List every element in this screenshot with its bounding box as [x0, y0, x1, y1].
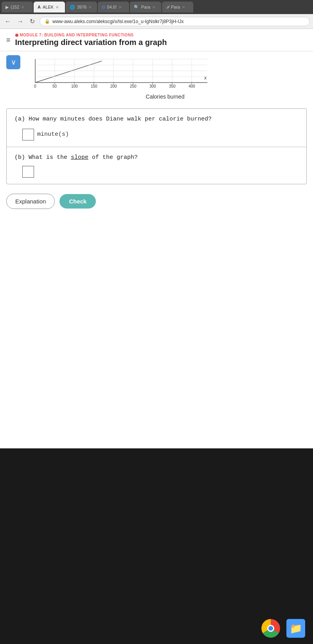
question-b-prefix: (b) What is the: [14, 154, 71, 161]
tab-2[interactable]: A ALEK ✕: [34, 2, 65, 13]
chevron-down-icon: ∨: [11, 58, 16, 67]
tab-3-icon: 🌐: [70, 5, 75, 10]
answer-a-unit: minute(s): [37, 131, 69, 138]
folder-glyph: 📁: [290, 622, 302, 635]
question-b-text: (b) What is the slope of the graph?: [14, 153, 299, 162]
explanation-button[interactable]: Explanation: [6, 194, 55, 209]
answer-a-row: minute(s): [14, 129, 299, 140]
tab-3[interactable]: 🌐 3976 ✕: [66, 2, 97, 13]
tab-4-label: 04.0!: [107, 5, 117, 9]
answer-a-input[interactable]: [22, 129, 34, 140]
svg-text:200: 200: [110, 84, 117, 88]
nav-bar: ← → ↻ 🔒 www-awu.aleks.com/alekscgi/x/lsl…: [0, 14, 313, 29]
reload-button[interactable]: ↻: [28, 16, 36, 27]
question-b-block: (b) What is the slope of the graph?: [7, 147, 306, 184]
tab-5[interactable]: 🔍 Para ✕: [130, 2, 161, 13]
svg-text:250: 250: [130, 84, 137, 88]
question-b-suffix: of the graph?: [88, 154, 138, 161]
tab-bar: ▶ (152 ✕ A ALEK ✕ 🌐 3976 ✕ G 04.0! ✕ 🔍 P…: [0, 0, 313, 14]
svg-text:0: 0: [34, 84, 36, 88]
tab-2-label: ALEK: [43, 5, 54, 9]
forward-button[interactable]: →: [16, 16, 25, 27]
question-a-text: (a) How many minutes does Diane walk per…: [14, 115, 299, 124]
tab-6-icon: 𝒫: [166, 5, 169, 10]
address-bar[interactable]: 🔒 www-awu.aleks.com/alekscgi/x/lsl.exe/1…: [40, 17, 310, 26]
hamburger-icon[interactable]: ≡: [6, 36, 11, 44]
svg-text:150: 150: [91, 84, 97, 88]
tab-2-close[interactable]: ✕: [56, 5, 59, 9]
tab-1[interactable]: ▶ (152 ✕: [2, 2, 33, 13]
url-text: www-awu.aleks.com/alekscgi/x/lsl.exe/1o_…: [52, 19, 183, 24]
svg-text:400: 400: [189, 84, 195, 88]
tab-4-icon: G: [102, 5, 105, 9]
svg-text:350: 350: [169, 84, 176, 88]
module-label: MODULE 7: BUILDING AND INTERPRETING FUNC…: [15, 33, 307, 37]
questions-container: (a) How many minutes does Diane walk per…: [6, 108, 307, 184]
folder-icon[interactable]: 📁: [286, 619, 305, 638]
svg-text:300: 300: [149, 84, 156, 88]
graph-section: ∨ x 0 50 100: [0, 51, 313, 102]
tab-3-close[interactable]: ✕: [88, 5, 92, 9]
module-label-text: MODULE 7: BUILDING AND INTERPRETING FUNC…: [20, 33, 134, 37]
browser-frame: ▶ (152 ✕ A ALEK ✕ 🌐 3976 ✕ G 04.0! ✕ 🔍 P…: [0, 0, 313, 29]
graph-wrapper: x 0 50 100 150 200 250 300 350: [23, 55, 307, 100]
page-title: Interpreting direct variation from a gra…: [15, 38, 307, 47]
tab-4-close[interactable]: ✕: [119, 5, 122, 9]
expand-button[interactable]: ∨: [6, 55, 20, 69]
svg-text:100: 100: [71, 84, 78, 88]
tab-5-label: Para: [141, 5, 150, 9]
tab-5-icon: 🔍: [134, 5, 139, 10]
slope-link[interactable]: slope: [71, 154, 88, 161]
tab-6-label: Para: [171, 5, 180, 9]
chrome-inner-circle: [267, 625, 274, 632]
check-button[interactable]: Check: [59, 194, 96, 209]
back-button[interactable]: ←: [3, 16, 13, 27]
tab-4[interactable]: G 04.0! ✕: [98, 2, 129, 13]
aleks-header: ≡ MODULE 7: BUILDING AND INTERPRETING FU…: [0, 29, 313, 51]
tab-2-icon: A: [38, 5, 41, 9]
graph-svg: x 0 50 100 150 200 250 300 350: [23, 55, 211, 90]
svg-text:x: x: [204, 75, 207, 81]
tab-1-close[interactable]: ✕: [21, 5, 24, 9]
svg-line-2: [35, 61, 102, 83]
module-dot: [15, 34, 18, 37]
tab-1-icon: ▶: [5, 5, 9, 10]
question-a-block: (a) How many minutes does Diane walk per…: [7, 109, 306, 147]
tab-6-close[interactable]: ✕: [182, 5, 185, 9]
tab-6[interactable]: 𝒫 Para ✕: [162, 2, 193, 13]
chrome-circle: [261, 619, 280, 638]
calories-label: Calories burned: [23, 94, 307, 100]
bottom-taskbar: 📁: [0, 448, 313, 644]
header-text: MODULE 7: BUILDING AND INTERPRETING FUNC…: [15, 33, 307, 47]
svg-text:50: 50: [52, 84, 57, 88]
tab-5-close[interactable]: ✕: [152, 5, 155, 9]
tab-1-label: (152: [11, 5, 19, 9]
action-buttons: Explanation Check: [6, 194, 307, 209]
answer-b-input[interactable]: [22, 166, 34, 178]
chrome-icon[interactable]: [261, 619, 280, 638]
tab-3-label: 3976: [77, 5, 86, 9]
lock-icon: 🔒: [45, 19, 50, 24]
